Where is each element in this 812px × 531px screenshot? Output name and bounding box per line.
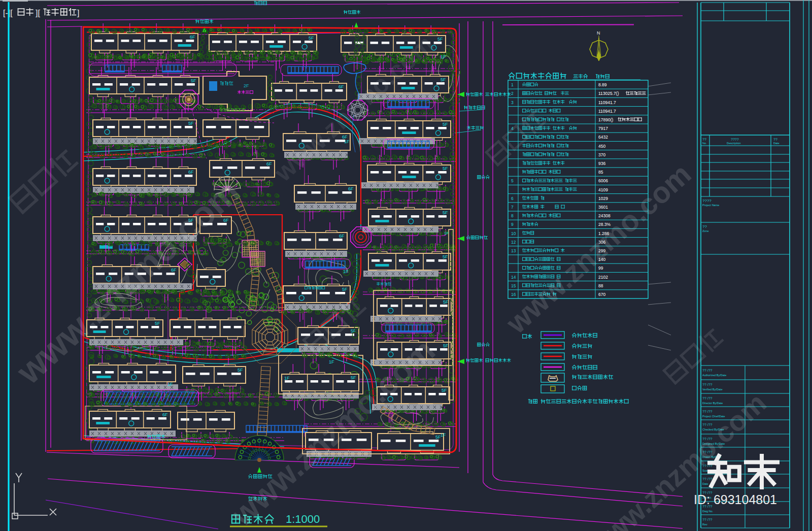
- svg-text:?? /??: ?? /??: [702, 369, 713, 372]
- svg-text:1F: 1F: [444, 231, 449, 236]
- svg-text:110941.7: 110941.7: [598, 100, 616, 105]
- svg-text:1F: 1F: [284, 376, 290, 381]
- svg-text:5F: 5F: [442, 388, 447, 393]
- svg-text:5F: 5F: [443, 210, 448, 215]
- svg-text:ID: 693104801: ID: 693104801: [694, 492, 777, 507]
- svg-text:13: 13: [511, 248, 516, 253]
- svg-text:?? /??: ?? /??: [702, 396, 713, 400]
- svg-text:12: 12: [511, 240, 516, 245]
- svg-text:3601: 3601: [598, 205, 608, 210]
- svg-text:??: ??: [773, 138, 777, 141]
- svg-text:Director By/Date: Director By/Date: [702, 402, 723, 405]
- svg-text:5F: 5F: [191, 78, 196, 83]
- svg-text:936: 936: [598, 161, 605, 166]
- svg-text:6F: 6F: [339, 234, 345, 239]
- svg-text:1F: 1F: [167, 382, 173, 387]
- svg-text:5F: 5F: [342, 287, 348, 292]
- svg-text:Rev: Rev: [702, 523, 707, 526]
- svg-text:5F: 5F: [155, 321, 160, 326]
- svg-text:5F: 5F: [351, 375, 356, 380]
- svg-text:1F: 1F: [329, 359, 334, 364]
- svg-text:6F: 6F: [162, 412, 168, 417]
- svg-text:113025.7(): 113025.7(): [598, 91, 619, 96]
- svg-text:]: ]: [77, 9, 79, 17]
- svg-text:][: ][: [36, 9, 40, 17]
- svg-text:No.: No.: [702, 142, 707, 145]
- svg-text:3: 3: [511, 100, 514, 105]
- svg-text:88: 88: [598, 283, 603, 288]
- svg-text:1F: 1F: [441, 54, 446, 59]
- svg-text:2: 2: [511, 91, 514, 96]
- svg-text:5F: 5F: [238, 368, 243, 373]
- svg-text:6F: 6F: [190, 35, 195, 40]
- svg-text:6F: 6F: [348, 186, 354, 191]
- svg-text:5F: 5F: [309, 36, 314, 41]
- svg-text:5F: 5F: [188, 121, 194, 126]
- svg-text:7: 7: [511, 205, 514, 210]
- svg-text:6F: 6F: [188, 170, 194, 175]
- svg-text:1F: 1F: [343, 269, 349, 274]
- svg-text:4109: 4109: [598, 187, 608, 192]
- svg-text:450: 450: [598, 144, 605, 149]
- svg-text:Verified By/Date: Verified By/Date: [702, 388, 722, 391]
- svg-text:1: 1: [511, 82, 514, 87]
- svg-text:??: ??: [702, 224, 707, 229]
- svg-text:6F: 6F: [339, 84, 344, 89]
- svg-text:110941.7: 110941.7: [598, 109, 616, 114]
- svg-text:Project Name: Project Name: [702, 204, 719, 207]
- svg-text:5F: 5F: [443, 166, 448, 171]
- svg-text:Description: Description: [727, 142, 741, 145]
- svg-text:?? /??: ?? /??: [702, 518, 713, 521]
- svg-text:370: 370: [598, 152, 605, 157]
- svg-text:16: 16: [511, 292, 516, 297]
- svg-text:????: ????: [702, 198, 712, 203]
- svg-text:????: ????: [731, 138, 739, 141]
- svg-text:17890(): 17890(): [598, 117, 613, 122]
- svg-text:670: 670: [598, 292, 605, 297]
- svg-text:1F: 1F: [441, 433, 446, 438]
- svg-text:2102: 2102: [598, 275, 608, 280]
- svg-text:5F: 5F: [443, 300, 449, 305]
- svg-text:Zone: Zone: [702, 229, 709, 233]
- svg-text:Date: Date: [702, 482, 708, 485]
- svg-text:Dwg No.: Dwg No.: [702, 510, 714, 513]
- svg-text:6006: 6006: [598, 178, 608, 183]
- svg-text:?? /??: ?? /??: [702, 477, 713, 481]
- svg-text:1:1000: 1:1000: [286, 513, 320, 525]
- svg-text:5F: 5F: [443, 254, 448, 259]
- svg-text:5F: 5F: [443, 343, 449, 348]
- svg-text:8.89: 8.89: [598, 82, 607, 87]
- svg-text:9: 9: [511, 222, 514, 227]
- svg-text:6432: 6432: [598, 135, 608, 140]
- svg-text:5F: 5F: [437, 37, 443, 42]
- svg-text:?? /??: ?? /??: [702, 410, 713, 413]
- svg-text:6: 6: [511, 196, 514, 201]
- svg-text:??: ??: [702, 138, 706, 141]
- svg-text:N: N: [597, 30, 600, 36]
- svg-text:8: 8: [511, 213, 514, 218]
- svg-text:5: 5: [511, 178, 514, 183]
- svg-text:Date: Date: [773, 142, 780, 145]
- svg-text:5F: 5F: [443, 122, 448, 127]
- svg-text:7917: 7917: [598, 126, 608, 131]
- svg-text:85: 85: [598, 170, 603, 175]
- svg-text:?? /??: ?? /??: [702, 383, 713, 386]
- svg-text:1F: 1F: [344, 139, 350, 144]
- svg-text:5F: 5F: [441, 77, 446, 82]
- svg-text:15: 15: [511, 283, 516, 288]
- svg-text:Authorized By/Date: Authorized By/Date: [702, 374, 726, 377]
- svg-text:1029: 1029: [598, 196, 608, 201]
- svg-text:14: 14: [511, 275, 516, 280]
- svg-text:10: 10: [511, 231, 516, 236]
- svg-text:2F: 2F: [244, 83, 249, 88]
